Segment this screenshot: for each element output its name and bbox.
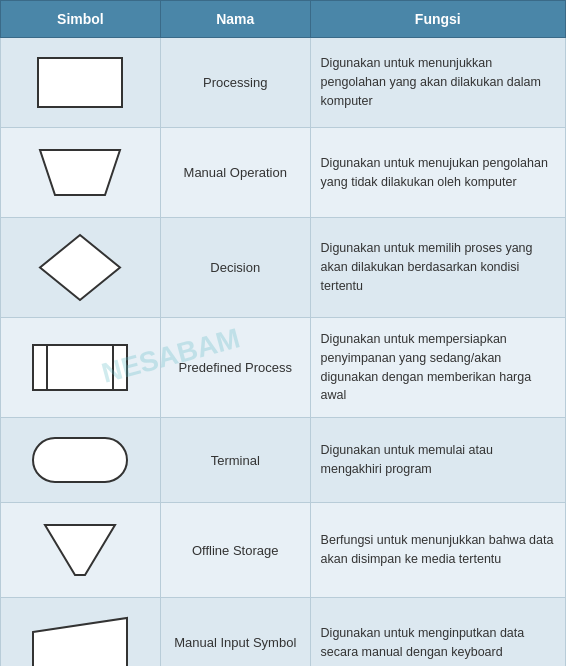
table-row: Processing Digunakan untuk menunjukkan p… [1,38,566,128]
table-row: Predefined Process Digunakan untuk mempe… [1,318,566,418]
symbol-offline-storage [1,503,161,598]
func-offline-storage: Berfungsi untuk menunjukkan bahwa data a… [310,503,565,598]
func-terminal: Digunakan untuk memulai atau mengakhiri … [310,418,565,503]
svg-rect-6 [33,438,127,482]
table-row: Manual Input Symbol Digunakan untuk meng… [1,598,566,667]
svg-marker-7 [45,525,115,575]
symbol-manual-input [1,598,161,667]
name-terminal: Terminal [160,418,310,503]
svg-rect-0 [38,58,122,107]
func-predefined-process: Digunakan untuk mempersiapkan penyimpana… [310,318,565,418]
symbol-manual-operation [1,128,161,218]
svg-marker-1 [40,150,120,195]
symbol-terminal [1,418,161,503]
table-wrapper: NESABAM Simbol Nama Fungsi Processing Di… [0,0,566,666]
name-offline-storage: Offline Storage [160,503,310,598]
name-predefined-process: Predefined Process [160,318,310,418]
symbol-decision [1,218,161,318]
func-decision: Digunakan untuk memilih proses yang akan… [310,218,565,318]
func-manual-operation: Digunakan untuk menujukan pengolahan yan… [310,128,565,218]
svg-marker-2 [40,235,120,300]
func-processing: Digunakan untuk menunjukkan pengolahan y… [310,38,565,128]
svg-marker-8 [33,618,127,666]
header-simbol: Simbol [1,1,161,38]
name-decision: Decision [160,218,310,318]
header-fungsi: Fungsi [310,1,565,38]
table-row: Offline Storage Berfungsi untuk menunjuk… [1,503,566,598]
symbol-processing [1,38,161,128]
name-manual-operation: Manual Operation [160,128,310,218]
symbol-predefined-process [1,318,161,418]
table-row: Manual Operation Digunakan untuk menujuk… [1,128,566,218]
name-manual-input: Manual Input Symbol [160,598,310,667]
table-row: Terminal Digunakan untuk memulai atau me… [1,418,566,503]
name-processing: Processing [160,38,310,128]
func-manual-input: Digunakan untuk menginputkan data secara… [310,598,565,667]
header-nama: Nama [160,1,310,38]
table-row: Decision Digunakan untuk memilih proses … [1,218,566,318]
symbols-table: Simbol Nama Fungsi Processing Digunakan … [0,0,566,666]
table-header-row: Simbol Nama Fungsi [1,1,566,38]
